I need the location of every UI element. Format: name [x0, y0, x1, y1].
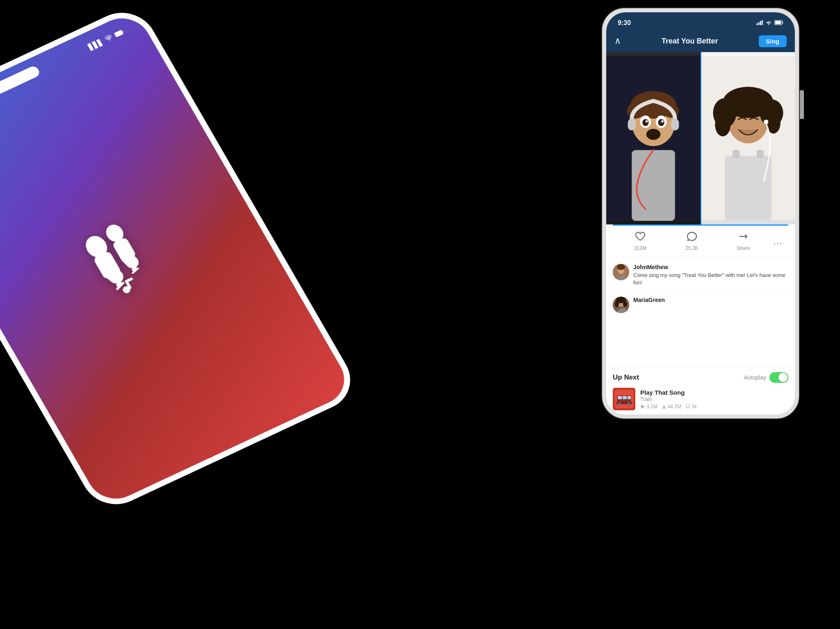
left-phone-notch [0, 65, 41, 96]
svg-point-30 [642, 119, 648, 126]
username-john: JohnMethew [633, 264, 788, 270]
comment-content-john: JohnMethew Come sing my song "Treat You … [633, 264, 788, 286]
song-thumbnail [613, 388, 635, 410]
avatar-maria [613, 297, 629, 313]
svg-point-32 [646, 120, 648, 123]
svg-rect-23 [632, 150, 675, 221]
left-wifi-icon [104, 34, 114, 43]
video-female [701, 52, 795, 224]
username-maria: MariaGreen [633, 297, 665, 303]
signal-icon [756, 20, 763, 26]
left-battery-icon [114, 29, 125, 38]
downloads-stat: 44.2M [662, 404, 681, 409]
up-next-section: Up Next Autoplay [606, 366, 795, 414]
left-phone-screen: 9:30 ▋▋▋ [0, 9, 354, 507]
status-bar: 9:30 [606, 12, 795, 31]
comment-divider [613, 293, 788, 293]
svg-rect-39 [733, 150, 740, 158]
right-phone-screen: 9:30 [606, 12, 795, 414]
comment-content-maria: MariaGreen [633, 297, 665, 304]
autoplay-toggle[interactable] [769, 372, 788, 383]
svg-rect-35 [628, 119, 636, 130]
left-phone-body: 9:30 ▋▋▋ [0, 2, 362, 515]
status-icons [756, 20, 783, 26]
up-next-song-item[interactable]: Play That Song Train 3.2M 44.2M [613, 388, 788, 410]
svg-point-45 [715, 113, 730, 136]
avatar-john [613, 264, 629, 280]
female-singer-illustration [701, 52, 795, 224]
song-title-header: Treat You Better [662, 37, 718, 46]
comments-section: JohnMethew Come sing my song "Treat You … [606, 257, 795, 366]
svg-rect-18 [762, 20, 763, 25]
svg-rect-15 [756, 23, 758, 25]
battery-icon [774, 20, 783, 26]
svg-rect-17 [760, 21, 761, 25]
autoplay-area: Autoplay [744, 372, 788, 383]
svg-rect-40 [757, 150, 764, 158]
song-comments-stat: 2k [685, 404, 697, 409]
comment-button[interactable]: 25.2K [666, 231, 718, 251]
toggle-knob [778, 373, 788, 382]
like-button[interactable]: 312M [614, 231, 666, 251]
back-button[interactable]: ∨ [614, 36, 621, 47]
autoplay-label: Autoplay [744, 374, 766, 381]
comment-mariagreen: MariaGreen [613, 297, 788, 313]
app-logo [55, 200, 183, 317]
video-area [606, 52, 795, 224]
svg-point-33 [661, 120, 664, 123]
svg-marker-67 [641, 405, 645, 409]
song-info: Play That Song Train 3.2M 44.2M [640, 389, 788, 409]
right-phone-device: 9:30 [602, 8, 799, 419]
svg-rect-14 [124, 277, 133, 283]
svg-point-55 [615, 301, 619, 307]
comment-count: 25.2K [685, 245, 698, 251]
right-phone-body: 9:30 [602, 8, 799, 419]
svg-rect-0 [114, 30, 123, 37]
svg-point-50 [617, 264, 625, 270]
sing-button[interactable]: Sing [759, 35, 787, 47]
up-next-header: Up Next Autoplay [613, 372, 788, 383]
song-artist: Train [640, 396, 788, 402]
video-male [606, 52, 701, 224]
song-stats: 3.2M 44.2M 2k [640, 404, 788, 409]
status-time: 9:30 [618, 19, 631, 27]
svg-rect-20 [775, 21, 781, 24]
svg-rect-21 [782, 21, 783, 23]
svg-point-31 [658, 119, 664, 126]
svg-point-47 [764, 119, 768, 124]
left-phone-device: 9:30 ▋▋▋ [0, 2, 362, 515]
svg-point-56 [623, 301, 627, 307]
share-label: Share [737, 245, 750, 251]
plays-stat: 3.2M [640, 404, 657, 409]
share-icon [738, 231, 749, 244]
svg-rect-36 [671, 119, 679, 130]
left-phone-status-icons: ▋▋▋ [87, 28, 125, 51]
wifi-icon [765, 20, 772, 26]
more-icon: ... [773, 237, 783, 246]
more-button[interactable]: ... [769, 237, 787, 246]
like-count: 312M [634, 245, 646, 251]
male-singer-illustration [606, 52, 701, 224]
app-header: ∨ Treat You Better Sing [606, 31, 795, 52]
svg-rect-38 [725, 156, 772, 220]
left-signal-icon: ▋▋▋ [87, 38, 104, 51]
comment-johnnmethew: JohnMethew Come sing my song "Treat You … [613, 264, 788, 286]
svg-rect-62 [623, 396, 627, 399]
svg-point-65 [618, 403, 621, 406]
right-power-button [800, 90, 804, 119]
svg-rect-16 [758, 22, 760, 25]
heart-icon [635, 231, 646, 244]
song-title: Play That Song [640, 389, 788, 396]
svg-rect-61 [618, 396, 622, 399]
svg-point-66 [627, 403, 630, 406]
comment-text-john: Come sing my song "Treat You Better" wit… [633, 272, 788, 286]
svg-rect-63 [628, 396, 631, 399]
action-bar[interactable]: 312M 25.2K [606, 226, 795, 257]
share-button[interactable]: Share [718, 231, 769, 251]
comment-icon [687, 231, 697, 244]
up-next-label: Up Next [613, 373, 639, 382]
